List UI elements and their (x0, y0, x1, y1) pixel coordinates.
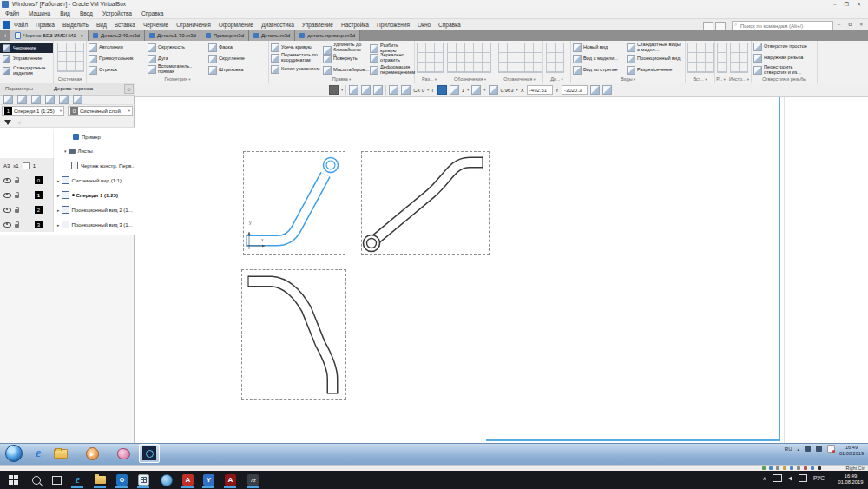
layout-button-1[interactable] (703, 22, 713, 30)
current-view-selector[interactable]: 1 Спереди 1 (1:25) ▾ (2, 106, 64, 116)
vbox-menu-machine[interactable]: Машина (29, 10, 50, 17)
gear-icon[interactable]: ☼ (124, 84, 134, 94)
kompas-restore-button[interactable]: ⧉ (848, 19, 852, 30)
projection-view-button[interactable]: Проекционный вид (627, 55, 682, 63)
tree-search-icon[interactable]: ⌕ (18, 119, 22, 126)
insert-icons-grid[interactable] (687, 43, 714, 73)
tree-tool-6-button[interactable] (73, 95, 82, 104)
host-ie-button[interactable]: e (71, 473, 84, 486)
menu-window[interactable]: Окно (418, 22, 431, 28)
tab-detail[interactable]: Деталь.m3d (249, 30, 295, 41)
tree-tool-2-button[interactable] (17, 95, 27, 104)
host-language-indicator[interactable]: РУС (813, 475, 825, 481)
new-document-tab-button[interactable]: + (0, 30, 10, 41)
standard-views-button[interactable]: Стандартные виды с модел... (627, 43, 682, 53)
constraint-icons-grid[interactable] (498, 43, 542, 73)
tree-view-row-0[interactable]: 0 Системный вид (1:1) (0, 173, 135, 188)
kompas-minimize-button[interactable]: – (838, 19, 840, 30)
tree-tool-1-button[interactable] (3, 95, 13, 104)
menu-help[interactable]: Справка (438, 22, 461, 28)
vm-volume-icon[interactable] (805, 446, 811, 452)
tab-detail-primer[interactable]: деталь пример.m3d (295, 30, 360, 41)
new-view-button[interactable]: Новый вид (573, 43, 625, 52)
lock-icon[interactable] (15, 224, 19, 228)
mirror-button[interactable]: Зеркально отразить (370, 53, 413, 63)
vm-start-button[interactable] (5, 445, 23, 462)
coordinate-system-select[interactable]: СК 0 (413, 88, 424, 93)
host-search-button[interactable] (30, 473, 43, 486)
pen-dropdown-icon[interactable]: ▾ (341, 88, 343, 92)
current-view-select[interactable]: 1 (462, 88, 464, 93)
host-hidden-icons-button[interactable]: ∧ (763, 475, 766, 481)
vbox-maximize-button[interactable]: ❐ (845, 0, 849, 9)
tab-primer[interactable]: Пример.m3d (201, 30, 249, 41)
host-volume-icon[interactable] (788, 476, 792, 481)
view-by-arrow-button[interactable]: Вид по стрелке (573, 66, 625, 75)
expand-down-icon[interactable] (64, 149, 67, 154)
cs-dropdown-icon[interactable]: ▾ (427, 88, 429, 92)
filter-funnel-icon[interactable] (4, 120, 11, 125)
host-kompas-button[interactable] (137, 473, 150, 486)
deform-move-button[interactable]: Деформация перемещением (370, 65, 413, 76)
vbox-minimize-button[interactable]: – (833, 0, 836, 9)
tree-tool-5-button[interactable] (59, 95, 69, 104)
layout-button-2[interactable] (715, 22, 726, 30)
host-clock[interactable]: 16:49 01.08.2019 (835, 473, 866, 486)
rail-management-tab[interactable]: Управление (0, 53, 53, 63)
visibility-eye-icon[interactable] (3, 193, 11, 198)
annotation-icons-grid[interactable] (447, 43, 491, 73)
hatch-button[interactable]: Штриховка (208, 66, 262, 75)
magnifier-dropdown-icon[interactable]: ▾ (483, 88, 485, 92)
rebuild-holes-button[interactable]: Перестроить отверстия и из... (753, 65, 814, 76)
vbox-close-button[interactable]: ✕ (857, 0, 861, 9)
tree-sheet-row[interactable]: A3 x1 1 Чертеж констр. Перв... (0, 158, 135, 173)
x-coordinate-field[interactable]: -492.51 (527, 85, 553, 95)
tree-view-row-3[interactable]: 3 Проекционный вид 3 (1... (0, 217, 135, 232)
r-icons-grid[interactable] (717, 43, 727, 73)
external-thread-button[interactable]: Наружная резьба (753, 54, 814, 63)
host-network-icon[interactable] (773, 474, 782, 482)
tab-parameters[interactable]: Параметры (5, 86, 33, 91)
host-3d-app-button[interactable]: Y (202, 473, 215, 486)
snap-rounding-button[interactable] (373, 85, 383, 95)
magnifier-button[interactable] (471, 85, 481, 95)
vm-hidden-icons-button[interactable]: ▴ (797, 446, 799, 452)
visibility-eye-icon[interactable] (3, 208, 11, 213)
rail-drawing-tab[interactable]: Черчение (0, 43, 53, 53)
trim-curve-button[interactable]: Усечь кривую (271, 43, 321, 52)
circle-button[interactable]: Окружность (148, 43, 203, 52)
menu-manage[interactable]: Управление (302, 22, 333, 28)
tree-tool-4-button[interactable] (45, 95, 55, 104)
section-cut-button[interactable]: Разрез/сечение (627, 66, 682, 75)
host-acrobat-button[interactable]: A (224, 473, 237, 486)
vm-explorer-icon[interactable] (54, 446, 68, 460)
lock-icon[interactable] (15, 209, 19, 213)
rotate-button[interactable]: Повернуть (323, 55, 368, 63)
host-taskview-button[interactable] (50, 473, 63, 486)
expand-right-icon[interactable] (57, 208, 60, 213)
rail-standard-parts-tab[interactable]: Стандартные изделия (0, 63, 54, 77)
eyedropper-button[interactable] (602, 85, 612, 95)
tab-detail1[interactable]: Деталь1 70.m3d (145, 30, 201, 41)
menu-drawing[interactable]: Черчение (143, 22, 168, 28)
tree-view-row-1-active[interactable]: 1 Спереди 1 (1:25) (0, 188, 135, 202)
vbox-menu-file[interactable]: Файл (5, 10, 19, 17)
tools-icons-grid[interactable] (730, 43, 748, 73)
style-pen-button[interactable] (329, 85, 339, 95)
move-by-coords-button[interactable]: Переместить по координатам (271, 53, 321, 63)
vm-mediaplayer-icon[interactable]: ▶ (85, 446, 99, 460)
menu-settings[interactable]: Настройка (341, 22, 369, 28)
vm-language-indicator[interactable]: RU (785, 446, 792, 452)
snap-angle-button[interactable] (349, 85, 358, 95)
grid-toggle-button[interactable] (389, 85, 398, 95)
host-tray-app-icon[interactable] (799, 474, 807, 482)
vbox-menu-help[interactable]: Справка (141, 10, 164, 17)
kompas-close-button[interactable]: × (859, 19, 863, 30)
vm-network-icon[interactable] (816, 446, 822, 452)
rectangle-button[interactable]: Прямоугольник (89, 55, 144, 63)
fillet-button[interactable]: Скругление (208, 55, 262, 63)
drawing-view-side[interactable] (241, 269, 346, 400)
zoom-dropdown-icon[interactable]: ▾ (516, 88, 518, 92)
menu-constraints[interactable]: Ограничения (176, 22, 211, 28)
copy-by-point-button[interactable]: Копия указанием (271, 65, 321, 74)
